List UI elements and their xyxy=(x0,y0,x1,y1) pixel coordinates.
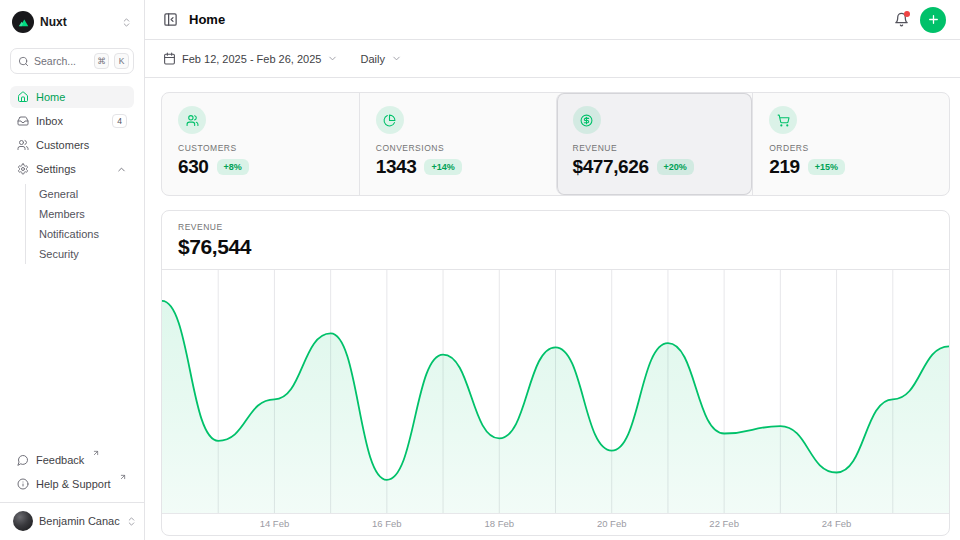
panel-left-close-icon xyxy=(163,12,178,27)
x-tick-label: 16 Feb xyxy=(372,518,402,529)
sidebar-item-label: Customers xyxy=(36,139,89,151)
x-tick-label: 24 Feb xyxy=(822,518,852,529)
notification-dot xyxy=(904,11,910,17)
sidebar-footer: Feedback Help & Support xyxy=(10,449,134,495)
feedback-link[interactable]: Feedback xyxy=(10,449,134,471)
granularity-select[interactable]: Daily xyxy=(358,49,403,69)
search-input[interactable]: ⌘ K xyxy=(10,48,134,74)
plus-icon xyxy=(927,13,940,26)
stat-orders[interactable]: ORDERS 219 +15% xyxy=(752,93,949,195)
chart-metric-label: REVENUE xyxy=(178,222,933,232)
feedback-label: Feedback xyxy=(36,454,84,466)
shopping-cart-icon xyxy=(769,106,797,134)
calendar-icon xyxy=(163,52,176,65)
pie-chart-icon xyxy=(376,106,404,134)
stat-conversions[interactable]: CONVERSIONS 1343 +14% xyxy=(359,93,556,195)
users-icon xyxy=(17,139,29,151)
kbd-meta: ⌘ xyxy=(94,53,109,69)
x-tick-label: 22 Feb xyxy=(709,518,739,529)
avatar xyxy=(13,511,33,531)
external-link-icon xyxy=(119,473,127,481)
sidebar-item-customers[interactable]: Customers xyxy=(10,134,134,156)
x-tick-label: 18 Feb xyxy=(484,518,514,529)
help-support-label: Help & Support xyxy=(36,478,111,490)
stats-row: CUSTOMERS 630 +8% CONVERSIONS 1343 +14% xyxy=(161,92,950,196)
stat-revenue[interactable]: REVENUE $477,626 +20% xyxy=(556,93,753,195)
help-support-link[interactable]: Help & Support xyxy=(10,473,134,495)
notifications-button[interactable] xyxy=(892,10,911,29)
revenue-chart-card: REVENUE $76,544 14 Feb16 Feb18 Feb20 Feb… xyxy=(161,210,950,536)
date-range-picker[interactable]: Feb 12, 2025 - Feb 26, 2025 xyxy=(161,48,340,69)
revenue-area-chart xyxy=(162,270,949,514)
message-circle-icon xyxy=(17,454,29,466)
filter-toolbar: Feb 12, 2025 - Feb 26, 2025 Daily xyxy=(145,40,960,78)
x-tick-label: 14 Feb xyxy=(260,518,290,529)
stat-delta-badge: +8% xyxy=(217,159,249,175)
info-circle-icon xyxy=(17,478,29,490)
sidebar-item-notifications[interactable]: Notifications xyxy=(26,224,134,244)
sidebar-item-general[interactable]: General xyxy=(26,184,134,204)
workspace-name: Nuxt xyxy=(40,15,115,29)
kbd-key: K xyxy=(114,53,129,69)
top-bar: Home xyxy=(145,0,960,40)
stat-delta-badge: +14% xyxy=(424,159,461,175)
app-window: Nuxt ⌘ K Home Inbox 4 Cust xyxy=(0,0,960,540)
stat-label: REVENUE xyxy=(573,143,737,153)
inbox-count-badge: 4 xyxy=(112,114,127,128)
circle-dollar-icon xyxy=(573,106,601,134)
user-menu[interactable]: Benjamin Canac xyxy=(10,508,134,534)
chart-x-axis: 14 Feb16 Feb18 Feb20 Feb22 Feb24 Feb xyxy=(162,514,949,535)
stat-label: CONVERSIONS xyxy=(376,143,540,153)
stat-delta-badge: +20% xyxy=(657,159,694,175)
chevrons-up-down-icon xyxy=(126,516,137,527)
x-tick-label: 20 Feb xyxy=(597,518,627,529)
content: CUSTOMERS 630 +8% CONVERSIONS 1343 +14% xyxy=(145,78,960,536)
sidebar-item-security[interactable]: Security xyxy=(26,244,134,264)
date-range-label: Feb 12, 2025 - Feb 26, 2025 xyxy=(182,53,321,65)
sidebar-item-members[interactable]: Members xyxy=(26,204,134,224)
sidebar-nav: Home Inbox 4 Customers Settings xyxy=(10,86,134,264)
settings-submenu: General Members Notifications Security xyxy=(25,184,134,264)
sidebar-item-inbox[interactable]: Inbox 4 xyxy=(10,110,134,132)
stat-value: 630 xyxy=(178,156,209,178)
granularity-label: Daily xyxy=(360,53,384,65)
main-area: Home Feb 12, 2025 - Feb 26, 2025 Daily xyxy=(145,0,960,540)
stat-delta-badge: +15% xyxy=(808,159,845,175)
sidebar-item-settings[interactable]: Settings xyxy=(10,158,134,180)
gear-icon xyxy=(17,163,29,175)
user-name: Benjamin Canac xyxy=(39,515,120,527)
sidebar-item-home[interactable]: Home xyxy=(10,86,134,108)
users-icon xyxy=(178,106,206,134)
stat-value: 1343 xyxy=(376,156,417,178)
sidebar-collapse-button[interactable] xyxy=(161,10,180,29)
add-button[interactable] xyxy=(920,7,946,33)
stat-customers[interactable]: CUSTOMERS 630 +8% xyxy=(162,93,359,195)
sidebar-item-label: Inbox xyxy=(36,115,63,127)
external-link-icon xyxy=(92,449,100,457)
chart-body: 14 Feb16 Feb18 Feb20 Feb22 Feb24 Feb xyxy=(162,270,949,535)
workspace-switcher[interactable]: Nuxt xyxy=(10,8,134,36)
page-title: Home xyxy=(189,12,225,27)
chevron-down-icon xyxy=(391,53,402,64)
search-field[interactable] xyxy=(34,55,89,67)
stat-value: 219 xyxy=(769,156,800,178)
nuxt-logo-icon xyxy=(12,11,34,33)
chevron-up-icon xyxy=(116,164,127,175)
sidebar-item-label: Settings xyxy=(36,163,76,175)
stat-label: ORDERS xyxy=(769,143,933,153)
sidebar-item-label: Home xyxy=(36,91,65,103)
sidebar-divider xyxy=(0,502,144,503)
inbox-icon xyxy=(17,115,29,127)
chevrons-up-down-icon xyxy=(121,17,132,28)
chevron-down-icon xyxy=(327,53,338,64)
chart-header: REVENUE $76,544 xyxy=(162,211,949,270)
chart-metric-value: $76,544 xyxy=(178,235,933,259)
stat-value: $477,626 xyxy=(573,156,649,178)
stat-label: CUSTOMERS xyxy=(178,143,343,153)
sidebar: Nuxt ⌘ K Home Inbox 4 Cust xyxy=(0,0,145,540)
search-icon xyxy=(18,56,29,67)
house-icon xyxy=(17,91,29,103)
